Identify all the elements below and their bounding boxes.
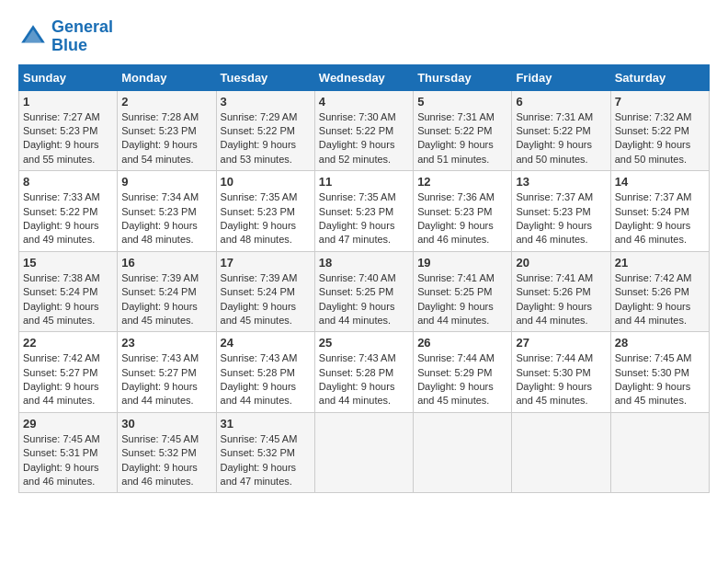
day-number: 15 [23,256,113,270]
day-info: Sunrise: 7:36 AMSunset: 5:23 PMDaylight:… [417,190,507,247]
day-info: Sunrise: 7:27 AMSunset: 5:23 PMDaylight:… [23,110,113,167]
day-info: Sunrise: 7:43 AMSunset: 5:27 PMDaylight:… [121,351,211,408]
calendar-cell: 25 Sunrise: 7:43 AMSunset: 5:28 PMDaylig… [314,332,413,413]
day-number: 23 [121,336,211,350]
day-number: 17 [221,256,311,270]
day-number: 27 [516,336,606,350]
calendar-cell: 11 Sunrise: 7:35 AMSunset: 5:23 PMDaylig… [314,171,413,252]
day-number: 31 [221,417,311,431]
calendar-cell: 22 Sunrise: 7:42 AMSunset: 5:27 PMDaylig… [19,332,118,413]
calendar-cell: 27 Sunrise: 7:44 AMSunset: 5:30 PMDaylig… [512,332,610,413]
day-number: 12 [417,175,507,189]
weekday-header: Monday [118,64,216,90]
day-info: Sunrise: 7:44 AMSunset: 5:29 PMDaylight:… [417,351,507,408]
weekday-header: Sunday [19,64,118,90]
day-number: 8 [23,175,113,189]
day-info: Sunrise: 7:35 AMSunset: 5:23 PMDaylight:… [221,190,311,247]
calendar-cell: 23 Sunrise: 7:43 AMSunset: 5:27 PMDaylig… [118,332,216,413]
day-number: 7 [615,95,705,109]
calendar-cell: 26 Sunrise: 7:44 AMSunset: 5:29 PMDaylig… [414,332,512,413]
calendar-table: SundayMondayTuesdayWednesdayThursdayFrid… [18,64,710,494]
logo-text: General Blue [51,18,113,55]
calendar-cell: 21 Sunrise: 7:42 AMSunset: 5:26 PMDaylig… [610,251,709,332]
calendar-cell: 13 Sunrise: 7:37 AMSunset: 5:23 PMDaylig… [512,171,610,252]
day-number: 5 [417,95,507,109]
day-info: Sunrise: 7:43 AMSunset: 5:28 PMDaylight:… [221,351,311,408]
weekday-header: Tuesday [216,64,314,90]
day-info: Sunrise: 7:33 AMSunset: 5:22 PMDaylight:… [23,190,113,247]
day-info: Sunrise: 7:35 AMSunset: 5:23 PMDaylight:… [319,190,409,247]
calendar-cell: 2 Sunrise: 7:28 AMSunset: 5:23 PMDayligh… [118,90,216,171]
calendar-cell: 5 Sunrise: 7:31 AMSunset: 5:22 PMDayligh… [414,90,512,171]
day-number: 3 [221,95,311,109]
day-info: Sunrise: 7:31 AMSunset: 5:22 PMDaylight:… [417,110,507,167]
page-header: General Blue [18,18,710,55]
day-info: Sunrise: 7:41 AMSunset: 5:26 PMDaylight:… [516,271,606,328]
day-info: Sunrise: 7:45 AMSunset: 5:32 PMDaylight:… [121,432,211,489]
calendar-cell: 10 Sunrise: 7:35 AMSunset: 5:23 PMDaylig… [216,171,314,252]
day-number: 18 [319,256,409,270]
day-number: 16 [121,256,211,270]
day-number: 11 [319,175,409,189]
day-info: Sunrise: 7:45 AMSunset: 5:32 PMDaylight:… [221,432,311,489]
day-number: 24 [221,336,311,350]
day-number: 26 [417,336,507,350]
day-info: Sunrise: 7:39 AMSunset: 5:24 PMDaylight:… [121,271,211,328]
calendar-cell [610,412,709,493]
day-number: 9 [121,175,211,189]
weekday-header: Wednesday [314,64,413,90]
day-info: Sunrise: 7:28 AMSunset: 5:23 PMDaylight:… [121,110,211,167]
calendar-cell: 29 Sunrise: 7:45 AMSunset: 5:31 PMDaylig… [19,412,118,493]
day-info: Sunrise: 7:31 AMSunset: 5:22 PMDaylight:… [516,110,606,167]
day-info: Sunrise: 7:37 AMSunset: 5:23 PMDaylight:… [516,190,606,247]
day-number: 10 [221,175,311,189]
calendar-cell [314,412,413,493]
calendar-cell: 6 Sunrise: 7:31 AMSunset: 5:22 PMDayligh… [512,90,610,171]
calendar-cell: 12 Sunrise: 7:36 AMSunset: 5:23 PMDaylig… [414,171,512,252]
day-info: Sunrise: 7:41 AMSunset: 5:25 PMDaylight:… [417,271,507,328]
calendar-cell: 16 Sunrise: 7:39 AMSunset: 5:24 PMDaylig… [118,251,216,332]
day-info: Sunrise: 7:30 AMSunset: 5:22 PMDaylight:… [319,110,409,167]
calendar-cell: 17 Sunrise: 7:39 AMSunset: 5:24 PMDaylig… [216,251,314,332]
day-info: Sunrise: 7:42 AMSunset: 5:26 PMDaylight:… [615,271,705,328]
day-info: Sunrise: 7:34 AMSunset: 5:23 PMDaylight:… [121,190,211,247]
calendar-cell: 1 Sunrise: 7:27 AMSunset: 5:23 PMDayligh… [19,90,118,171]
calendar-cell: 7 Sunrise: 7:32 AMSunset: 5:22 PMDayligh… [610,90,709,171]
day-number: 25 [319,336,409,350]
day-info: Sunrise: 7:32 AMSunset: 5:22 PMDaylight:… [615,110,705,167]
day-number: 1 [23,95,113,109]
weekday-header: Friday [512,64,610,90]
day-number: 22 [23,336,113,350]
calendar-cell: 18 Sunrise: 7:40 AMSunset: 5:25 PMDaylig… [314,251,413,332]
calendar-cell: 20 Sunrise: 7:41 AMSunset: 5:26 PMDaylig… [512,251,610,332]
day-number: 13 [516,175,606,189]
calendar-cell [512,412,610,493]
day-number: 14 [615,175,705,189]
calendar-cell: 8 Sunrise: 7:33 AMSunset: 5:22 PMDayligh… [19,171,118,252]
day-info: Sunrise: 7:39 AMSunset: 5:24 PMDaylight:… [221,271,311,328]
day-info: Sunrise: 7:37 AMSunset: 5:24 PMDaylight:… [615,190,705,247]
day-number: 28 [615,336,705,350]
weekday-header: Thursday [414,64,512,90]
day-info: Sunrise: 7:44 AMSunset: 5:30 PMDaylight:… [516,351,606,408]
calendar-cell: 31 Sunrise: 7:45 AMSunset: 5:32 PMDaylig… [216,412,314,493]
calendar-cell: 15 Sunrise: 7:38 AMSunset: 5:24 PMDaylig… [19,251,118,332]
day-info: Sunrise: 7:29 AMSunset: 5:22 PMDaylight:… [221,110,311,167]
day-info: Sunrise: 7:43 AMSunset: 5:28 PMDaylight:… [319,351,409,408]
logo-icon [18,22,48,52]
calendar-cell: 9 Sunrise: 7:34 AMSunset: 5:23 PMDayligh… [118,171,216,252]
day-number: 30 [121,417,211,431]
day-info: Sunrise: 7:40 AMSunset: 5:25 PMDaylight:… [319,271,409,328]
day-number: 21 [615,256,705,270]
day-info: Sunrise: 7:42 AMSunset: 5:27 PMDaylight:… [23,351,113,408]
day-number: 4 [319,95,409,109]
calendar-cell [414,412,512,493]
day-info: Sunrise: 7:45 AMSunset: 5:31 PMDaylight:… [23,432,113,489]
day-number: 29 [23,417,113,431]
weekday-header: Saturday [610,64,709,90]
calendar-cell: 24 Sunrise: 7:43 AMSunset: 5:28 PMDaylig… [216,332,314,413]
day-number: 19 [417,256,507,270]
calendar-cell: 3 Sunrise: 7:29 AMSunset: 5:22 PMDayligh… [216,90,314,171]
calendar-cell: 4 Sunrise: 7:30 AMSunset: 5:22 PMDayligh… [314,90,413,171]
calendar-cell: 14 Sunrise: 7:37 AMSunset: 5:24 PMDaylig… [610,171,709,252]
